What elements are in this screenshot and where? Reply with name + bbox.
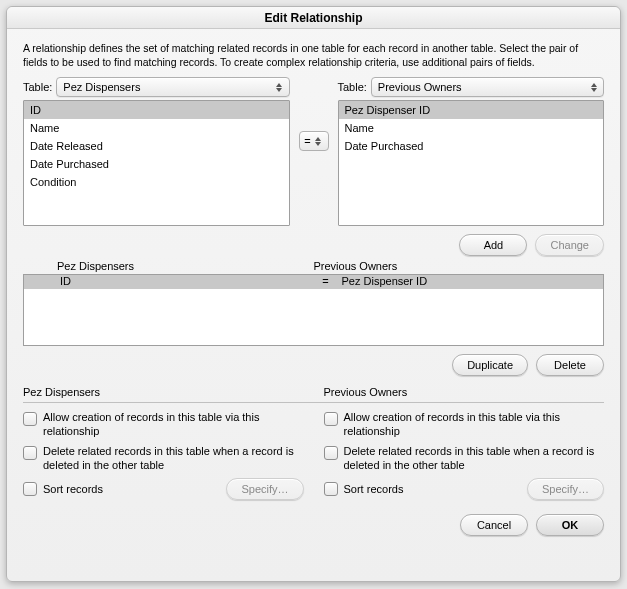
right-allow-create-label: Allow creation of records in this table … (344, 411, 605, 439)
duplicate-button[interactable]: Duplicate (452, 354, 528, 376)
pair-row[interactable]: ID=Pez Dispenser ID (24, 275, 603, 289)
pair-right-heading: Previous Owners (314, 260, 601, 272)
list-item[interactable]: Name (24, 119, 289, 137)
left-allow-create-label: Allow creation of records in this table … (43, 411, 304, 439)
right-table-label: Table: (338, 81, 367, 93)
description-text: A relationship defines the set of matchi… (23, 41, 604, 69)
right-delete-related-checkbox[interactable] (324, 446, 338, 460)
right-delete-related-label: Delete related records in this table whe… (344, 445, 605, 473)
left-table-label: Table: (23, 81, 52, 93)
right-specify-button[interactable]: Specify… (527, 478, 604, 500)
right-sort-checkbox[interactable] (324, 482, 338, 496)
list-item[interactable]: Condition (24, 173, 289, 191)
list-item[interactable]: ID (24, 101, 289, 119)
window-title: Edit Relationship (7, 7, 620, 29)
right-options-heading: Previous Owners (324, 386, 605, 398)
left-table-select-value: Pez Dispensers (63, 81, 140, 93)
updown-icon (313, 134, 323, 148)
ok-button[interactable]: OK (536, 514, 604, 536)
pair-left-field: ID (24, 275, 314, 289)
list-item[interactable]: Pez Dispenser ID (339, 101, 604, 119)
right-fields-list[interactable]: Pez Dispenser IDNameDate Purchased (338, 100, 605, 226)
updown-icon (273, 80, 286, 94)
right-table-select[interactable]: Previous Owners (371, 77, 604, 97)
delete-button[interactable]: Delete (536, 354, 604, 376)
list-item[interactable]: Date Purchased (339, 137, 604, 155)
pair-operator: = (314, 275, 338, 289)
add-button[interactable]: Add (459, 234, 527, 256)
left-specify-button[interactable]: Specify… (226, 478, 303, 500)
left-delete-related-checkbox[interactable] (23, 446, 37, 460)
list-item[interactable]: Date Released (24, 137, 289, 155)
right-allow-create-checkbox[interactable] (324, 412, 338, 426)
operator-value: = (304, 135, 310, 147)
operator-select[interactable]: = (299, 131, 329, 151)
updown-icon (587, 80, 600, 94)
pair-list[interactable]: ID=Pez Dispenser ID (23, 274, 604, 346)
divider (23, 402, 604, 403)
left-sort-checkbox[interactable] (23, 482, 37, 496)
pair-left-heading: Pez Dispensers (27, 260, 314, 272)
left-fields-list[interactable]: IDNameDate ReleasedDate PurchasedConditi… (23, 100, 290, 226)
cancel-button[interactable]: Cancel (460, 514, 528, 536)
change-button[interactable]: Change (535, 234, 604, 256)
pair-right-field: Pez Dispenser ID (338, 275, 604, 289)
right-sort-label: Sort records (344, 483, 521, 495)
list-item[interactable]: Date Purchased (24, 155, 289, 173)
left-delete-related-label: Delete related records in this table whe… (43, 445, 304, 473)
left-options-heading: Pez Dispensers (23, 386, 304, 398)
left-sort-label: Sort records (43, 483, 220, 495)
left-table-select[interactable]: Pez Dispensers (56, 77, 289, 97)
list-item[interactable]: Name (339, 119, 604, 137)
edit-relationship-dialog: Edit Relationship A relationship defines… (6, 6, 621, 582)
left-allow-create-checkbox[interactable] (23, 412, 37, 426)
right-table-select-value: Previous Owners (378, 81, 462, 93)
